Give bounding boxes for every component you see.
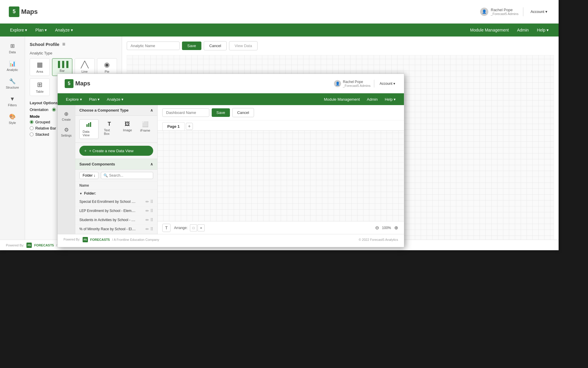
arrange-btn-2[interactable]: ≡ xyxy=(198,224,205,231)
list-item[interactable]: Grade Level Enrollment by Schoo.... ✏ ⠿ xyxy=(75,234,157,234)
data-view-icon xyxy=(86,121,92,129)
analytic-icon-back: 📊 xyxy=(9,60,16,67)
line-chart-icon-back: ╱╲ xyxy=(81,61,88,69)
nav-analyze-front[interactable]: Analyze ▾ xyxy=(103,93,127,105)
folder-button[interactable]: Folder ↓ xyxy=(79,172,98,179)
chart-area-back[interactable]: ▦ Area xyxy=(30,58,50,76)
nav-explore-back[interactable]: Explore ▾ xyxy=(6,24,31,37)
user-name-front: Rachel Pope _Forecast5 Admins xyxy=(343,80,370,87)
drag-icon-3[interactable]: ⠿ xyxy=(150,227,153,231)
save-button-front[interactable]: Save xyxy=(212,108,230,117)
header-front: 5 Maps 👤 Rachel Pope _Forecast5 Admins A… xyxy=(58,74,404,93)
bottom-toolbar-front: T Arrange: □ ≡ ⊖ xyxy=(158,221,404,234)
create-settings-col: ⊕ Create ⚙ Settings xyxy=(58,105,75,234)
folder-label: ▼ Folder: xyxy=(75,190,157,197)
analytic-name-input-back[interactable] xyxy=(127,42,180,50)
bar-chart-icon-back: ▐▐▐ xyxy=(56,61,69,68)
front-body: ⊕ Create ⚙ Settings Choose a Component T… xyxy=(58,105,404,234)
cancel-button-front[interactable]: Cancel xyxy=(232,108,254,117)
settings-button-front[interactable]: ⚙ Settings xyxy=(59,125,74,139)
arrange-btn-1[interactable]: □ xyxy=(190,224,197,231)
data-icon-back: ⊞ xyxy=(10,43,15,49)
page-tab-1[interactable]: Page 1 xyxy=(162,122,185,130)
sidebar-filters-back[interactable]: ▼ Filters xyxy=(2,93,23,110)
logo-back: 5 Maps xyxy=(9,6,38,17)
arrange-section: Arrange: □ ≡ xyxy=(174,224,205,231)
zoom-in-button[interactable]: ⊕ xyxy=(393,225,399,231)
chart-bar-back[interactable]: ▐▐▐ Bar xyxy=(52,58,72,76)
zoom-out-button[interactable]: ⊖ xyxy=(374,225,380,231)
list-item[interactable]: Special Ed Enrollment by School .... ✏ ⠿ xyxy=(75,197,157,206)
account-button-back[interactable]: Account ▾ xyxy=(528,8,550,15)
nav-module-mgmt-front[interactable]: Module Management xyxy=(320,93,363,105)
logo-text-back: Maps xyxy=(21,8,38,16)
filters-icon-back: ▼ xyxy=(10,96,15,102)
nav-module-mgmt-back[interactable]: Module Management xyxy=(466,24,513,37)
sidebar-analytic-back[interactable]: 📊 Analytic xyxy=(2,58,23,74)
divider-front xyxy=(374,80,374,87)
forecast-logo-front: Powered By: F5 FORECAST5 / A Frontline E… xyxy=(64,237,159,242)
drag-icon-2[interactable]: ⠿ xyxy=(150,218,153,222)
sidebar-structure-back[interactable]: 🔧 Structure xyxy=(2,75,23,92)
list-item[interactable]: Students in Activities by School - .... … xyxy=(75,216,157,225)
header-back: 5 Maps 👤 Rachel Pope _Forecast5 Admins A… xyxy=(0,0,559,24)
edit-icon-1[interactable]: ✏ xyxy=(146,208,149,213)
nav-plan-back[interactable]: Plan ▾ xyxy=(31,24,51,37)
nav-plan-front[interactable]: Plan ▾ xyxy=(86,93,103,105)
search-icon-front: 🔍 xyxy=(103,173,108,178)
logo-front: 5 Maps xyxy=(65,79,90,88)
view-data-button-back[interactable]: View Data xyxy=(229,41,258,50)
collapse-saved-icon[interactable]: ∧ xyxy=(150,162,153,166)
cancel-button-back[interactable]: Cancel xyxy=(204,41,227,50)
edit-icon-3[interactable]: ✏ xyxy=(146,227,149,231)
user-avatar-front: 👤 xyxy=(334,80,341,87)
sc-search-row: Folder ↓ 🔍 xyxy=(75,170,157,182)
component-image[interactable]: 🖼 Image xyxy=(120,119,135,139)
nav-admin-back[interactable]: Admin xyxy=(513,24,533,37)
canvas-area-front[interactable] xyxy=(158,131,404,221)
list-icon-back: ≡ xyxy=(62,41,66,47)
sidebar-style-back[interactable]: 🎨 Style xyxy=(2,111,23,127)
nav-right-back: Module Management Admin Help ▾ xyxy=(466,24,553,37)
pie-chart-icon-back: ◉ xyxy=(104,61,110,69)
nav-admin-front[interactable]: Admin xyxy=(363,93,381,105)
search-input-front[interactable] xyxy=(109,173,151,178)
component-iframe[interactable]: ⬜ iFrame xyxy=(137,119,153,139)
nav-explore-front[interactable]: Explore ▾ xyxy=(62,93,86,105)
svg-rect-1 xyxy=(88,123,89,127)
add-page-button[interactable]: + xyxy=(186,123,193,130)
component-text-box[interactable]: T Text Box xyxy=(101,119,118,139)
text-box-icon: T xyxy=(108,121,111,127)
text-tool-button[interactable]: T xyxy=(162,224,171,232)
component-data-view[interactable]: Data View xyxy=(79,119,98,139)
list-item[interactable]: LEP Enrollment by School - Elem.... ✏ ⠿ xyxy=(75,206,157,216)
logo-icon-back: 5 xyxy=(9,6,19,17)
sidebar-data-back[interactable]: ⊞ Data xyxy=(2,40,23,57)
chart-line-back[interactable]: ╱╲ Line xyxy=(75,58,95,76)
front-window: 5 Maps 👤 Rachel Pope _Forecast5 Admins A… xyxy=(57,74,404,247)
nav-help-back[interactable]: Help ▾ xyxy=(533,24,553,37)
chart-table-back[interactable]: ⊞ Table xyxy=(30,78,50,96)
create-data-view-button[interactable]: ＋ + Create a new Data View xyxy=(79,146,153,156)
right-panel-front: Save Cancel Page 1 + T Arrange: xyxy=(158,105,404,234)
edit-icon-0[interactable]: ✏ xyxy=(146,199,149,204)
sc-item-actions-2: ✏ ⠿ xyxy=(146,218,153,222)
edit-icon-2[interactable]: ✏ xyxy=(146,218,149,222)
nav-help-front[interactable]: Help ▾ xyxy=(381,93,399,105)
drag-icon-1[interactable]: ⠿ xyxy=(150,208,153,213)
sc-name-header: Name xyxy=(75,182,157,190)
nav-analyze-back[interactable]: Analyze ▾ xyxy=(51,24,77,37)
account-button-front[interactable]: Account ▾ xyxy=(378,81,397,87)
rp-toolbar: Save Cancel xyxy=(158,105,404,120)
create-button-front[interactable]: ⊕ Create xyxy=(59,109,74,123)
sidebar-back: ⊞ Data 📊 Analytic 🔧 Structure ▼ Filters … xyxy=(0,37,25,250)
dashboard-name-input[interactable] xyxy=(162,108,209,117)
chart-pie-back[interactable]: ◉ Pie xyxy=(97,58,117,76)
save-button-back[interactable]: Save xyxy=(182,42,201,50)
gear-icon-front: ⚙ xyxy=(64,127,69,133)
collapse-component-icon[interactable]: ∧ xyxy=(150,108,153,112)
zoom-in-icon: ⊕ xyxy=(394,225,398,231)
divider-back xyxy=(523,7,523,16)
drag-icon-0[interactable]: ⠿ xyxy=(150,199,153,204)
list-item[interactable]: % of Minority Race by School - El.... ✏ … xyxy=(75,225,157,234)
